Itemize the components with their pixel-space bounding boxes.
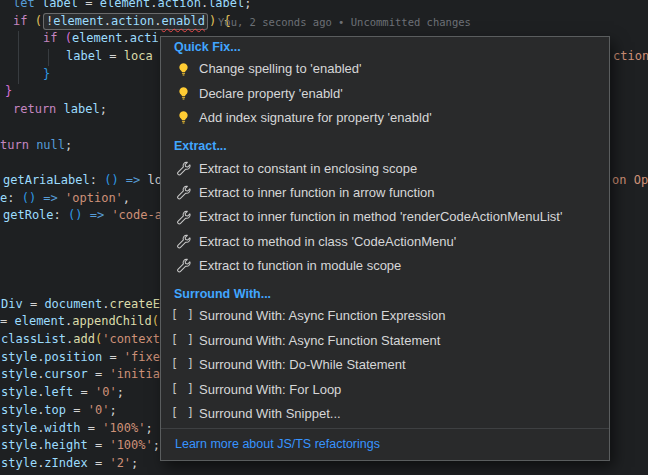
menu-item-label: Surround With Snippet... (199, 405, 341, 423)
menu-item[interactable]: [ ]Surround With: For Loop (161, 377, 609, 401)
wrench-icon (175, 185, 191, 201)
menu-item[interactable]: Change spelling to 'enabled' (161, 57, 609, 81)
code-line: style.position = 'fixe (1, 349, 160, 367)
wrench-icon (175, 160, 191, 176)
code-line: style.left = '0'; (1, 384, 124, 402)
surround-icon: [ ] (175, 406, 191, 422)
menu-item[interactable]: Declare property 'enabld' (161, 81, 609, 105)
menu-item[interactable]: Extract to function in module scope (161, 254, 609, 278)
menu-item[interactable]: Extract to method in class 'CodeActionMe… (161, 229, 609, 253)
menu-item[interactable]: Add index signature for property 'enabld… (161, 106, 609, 130)
code-line: = element.appendChild( (0, 313, 159, 331)
lightbulb-icon (175, 86, 191, 102)
code-line: } (5, 83, 12, 101)
code-line: e: () => 'option', (0, 190, 130, 208)
menu-item[interactable]: Extract to inner function in method 'ren… (161, 205, 609, 229)
menu-section-header: Surround With... (161, 284, 609, 304)
menu-item-label: Extract to method in class 'CodeActionMe… (199, 233, 456, 251)
surround-icon: [ ] (175, 333, 191, 349)
code-line: turn null; (0, 137, 72, 155)
learn-more-link[interactable]: Learn more about JS/TS refactorings (161, 429, 609, 460)
menu-item-label: Change spelling to 'enabled' (199, 60, 362, 78)
code-line: style.width = '100%'; (1, 420, 153, 438)
surround-icon: [ ] (175, 381, 191, 397)
lightbulb-icon (175, 110, 191, 126)
word-highlight-box: !element.action.enabld (43, 13, 208, 30)
code-fragment: on Op (612, 172, 648, 190)
code-line: style.cursor = 'initia (1, 366, 160, 384)
menu-section-header: Quick Fix... (161, 37, 609, 57)
menu-item-label: Surround With: Do-While Statement (199, 356, 406, 374)
indent-guide (48, 49, 49, 66)
surround-icon: [ ] (175, 308, 191, 324)
code-line: } (43, 66, 50, 84)
code-line: if (element.acti (43, 30, 159, 48)
lightbulb-icon (175, 61, 191, 77)
menu-item[interactable]: [ ]Surround With Snippet... (161, 402, 609, 426)
code-line: label = loca (66, 48, 153, 66)
menu-item-label: Add index signature for property 'enabld… (199, 109, 432, 127)
menu-item[interactable]: [ ]Surround With: Do-While Statement (161, 353, 609, 377)
code-line: Div = document.createE (1, 296, 160, 314)
menu-item[interactable]: Extract to constant in enclosing scope (161, 156, 609, 180)
menu-item-label: Declare property 'enabld' (199, 85, 343, 103)
menu-item[interactable]: Extract to inner function in arrow funct… (161, 181, 609, 205)
wrench-icon (175, 258, 191, 274)
menu-item-label: Surround With: Async Function Expression (199, 307, 445, 325)
menu-item[interactable]: [ ]Surround With: Async Function Stateme… (161, 329, 609, 353)
git-blame-annotation: You, 2 seconds ago • Uncommitted changes (218, 14, 471, 32)
menu-item-label: Extract to inner function in method 'ren… (199, 208, 562, 226)
code-line: style.zIndex = '2'; (1, 455, 138, 473)
code-line: getAriaLabel: () => lo (3, 172, 162, 190)
menu-item[interactable]: [ ]Surround With: Async Function Express… (161, 304, 609, 328)
wrench-icon (175, 209, 191, 225)
code-action-menu: Quick Fix...Change spelling to 'enabled'… (160, 36, 610, 461)
indent-guide (18, 31, 19, 84)
surround-icon: [ ] (175, 357, 191, 373)
code-line: if (!element.action.enabld) {You, 2 seco… (13, 13, 231, 31)
wrench-icon (175, 234, 191, 250)
menu-item-label: Surround With: Async Function Statement (199, 332, 440, 350)
menu-item-label: Extract to inner function in arrow funct… (199, 184, 435, 202)
code-line: style.height = '100%'; (1, 437, 160, 455)
code-line: getRole: () => 'code-a (3, 207, 162, 225)
menu-item-label: Extract to constant in enclosing scope (199, 160, 417, 178)
menu-item-label: Surround With: For Loop (199, 381, 341, 399)
code-line: classList.add('context (1, 331, 160, 349)
editor-surface[interactable]: let label = element.action.label;if (!el… (0, 0, 648, 475)
menu-section-header: Extract... (161, 136, 609, 156)
menu-item-label: Extract to function in module scope (199, 257, 401, 275)
code-line: return label; (13, 101, 107, 119)
code-line: style.top = '0'; (1, 402, 117, 420)
code-line: let label = element.action.label; (13, 0, 251, 13)
code-fragment: ction (613, 48, 648, 66)
